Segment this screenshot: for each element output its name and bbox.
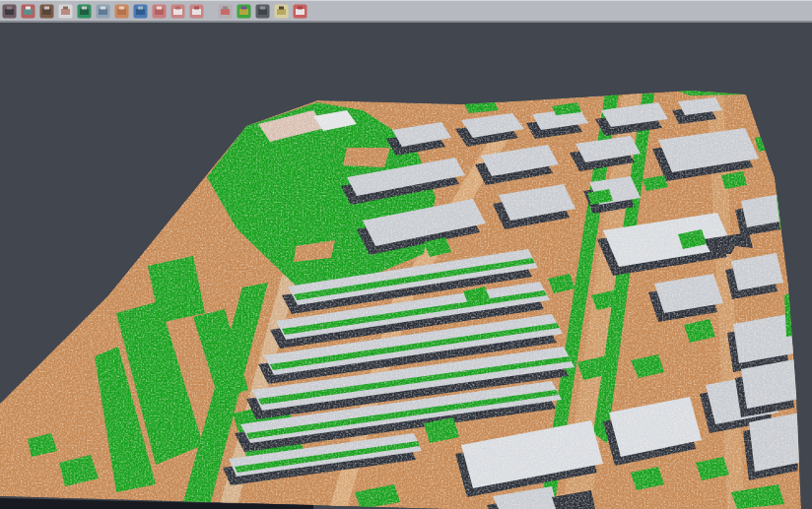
point-cloud-icon[interactable]	[2, 4, 17, 19]
point-cloud-render[interactable]	[0, 0, 812, 509]
flag-measure-icon[interactable]	[293, 4, 307, 19]
sparse-cloud-icon[interactable]	[58, 4, 73, 19]
vegetation-model-icon[interactable]	[77, 4, 92, 19]
classification-render-icon[interactable]	[237, 4, 251, 19]
contour-lines-icon[interactable]	[152, 4, 167, 19]
globe-georeference-icon[interactable]	[133, 4, 148, 19]
settings-gear-icon[interactable]	[255, 4, 270, 19]
classified-points-icon[interactable]	[21, 4, 35, 19]
circle-selection-icon[interactable]	[170, 4, 185, 19]
viewport-3d[interactable]	[0, 0, 812, 509]
grid-clip-icon[interactable]	[218, 4, 233, 19]
main-toolbar	[0, 0, 812, 23]
clear-filter-icon[interactable]	[274, 4, 289, 19]
dem-icon[interactable]	[114, 4, 129, 19]
terrain-model-icon[interactable]	[39, 4, 54, 19]
box-selection-icon[interactable]	[189, 4, 204, 19]
profile-view-icon[interactable]	[96, 4, 110, 19]
